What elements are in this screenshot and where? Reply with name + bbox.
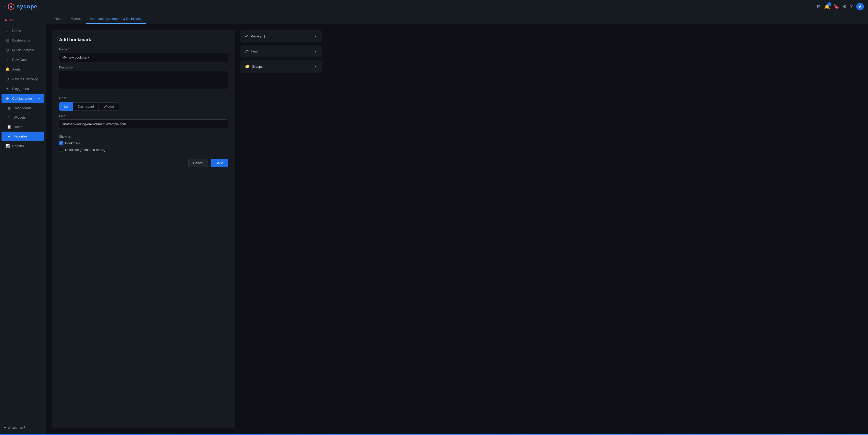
favorites-icon: ★ xyxy=(7,134,11,138)
name-label: Name * xyxy=(59,48,228,51)
sidebar-item-quick-analysis[interactable]: ◎ Quick Analysis xyxy=(2,45,44,55)
bookmark-icon[interactable]: 🔖 xyxy=(833,4,839,9)
sidebar-item-label: Assets Discovery xyxy=(12,77,38,81)
url-required-indicator: * xyxy=(64,114,65,118)
drilldown-checkbox-label: Drilldown (in context menu) xyxy=(65,148,105,152)
alerts-icon: 🔔 xyxy=(5,67,10,71)
drilldown-checkbox-row[interactable]: Drilldown (in context menu) xyxy=(59,148,228,152)
goto-buttons: Url Dashboard Widget xyxy=(59,102,228,111)
whats-new-icon: ✦ xyxy=(4,426,6,429)
goto-divider xyxy=(69,98,228,98)
grid-icon[interactable]: ⊞ xyxy=(817,4,820,9)
privacy-section[interactable]: 👁 Privacy | ▼ xyxy=(240,30,322,42)
url-label: Url * xyxy=(59,114,228,118)
privacy-label: Privacy | xyxy=(251,34,265,38)
alert-section: ▲ ⊘ 3 xyxy=(0,15,45,25)
dashboards-icon: ▦ xyxy=(5,38,10,42)
sidebar-item-label: Rules xyxy=(14,125,22,129)
sidebar-item-label: Dashboards xyxy=(14,106,32,110)
alert-triangle-icon: ▲ xyxy=(4,17,8,23)
bookmark-checkbox[interactable]: ✓ xyxy=(59,141,63,145)
privacy-section-left: 👁 Privacy | xyxy=(245,34,265,38)
avatar[interactable]: A xyxy=(856,3,864,10)
form-title: Add bookmark xyxy=(59,37,228,42)
tags-section-left: 🏷 Tags xyxy=(245,49,257,54)
groups-label: Groups xyxy=(252,65,263,68)
settings-icon[interactable]: ⚙ xyxy=(842,4,847,9)
bookmark-checkbox-label: Bookmark xyxy=(65,141,80,145)
topbar: ‹ sycope ⊞ 🔔 5 🔖 ⚙ ? A xyxy=(0,0,868,13)
content-area: Add bookmark Name * Description Go to Ur… xyxy=(46,24,868,434)
sidebar-item-label: Widgets xyxy=(14,116,26,119)
sidebar-item-label: Dashboards xyxy=(12,38,30,42)
sidebar-item-home[interactable]: ⌂ Home xyxy=(2,26,44,35)
sidebar-item-reports[interactable]: 📊 Reports xyxy=(2,141,44,150)
whats-new-label: What's new? xyxy=(8,426,25,429)
tab-shortcuts[interactable]: Shortcuts (Bookmarks & Drilldowns) xyxy=(86,13,146,24)
save-button[interactable]: Save xyxy=(211,159,228,167)
privacy-chevron-icon: ▼ xyxy=(314,35,317,38)
tags-section[interactable]: 🏷 Tags ▼ xyxy=(240,45,322,58)
svg-point-1 xyxy=(10,6,12,8)
sidebar-item-dashboards-sub[interactable]: ▦ Dashboards xyxy=(2,103,44,113)
alert-circle-icon: ⊘ 3 xyxy=(10,18,15,22)
form-actions: Cancel Save xyxy=(59,159,228,167)
goto-section-label: Go to xyxy=(59,96,228,100)
tabbar: Filters Macros Shortcuts (Bookmarks & Dr… xyxy=(46,13,868,24)
topbar-right: ⊞ 🔔 5 🔖 ⚙ ? A xyxy=(817,3,864,10)
name-input[interactable] xyxy=(59,53,228,62)
sidebar-item-label: Favorites xyxy=(14,134,27,138)
sidebar-item-widgets[interactable]: ◻ Widgets xyxy=(2,113,44,122)
description-label: Description xyxy=(59,66,228,69)
logo-text: sycope xyxy=(17,3,37,10)
widgets-icon: ◻ xyxy=(7,115,11,119)
sidebar-item-label: Alerts xyxy=(12,67,21,71)
sidebar-item-label: Quick Analysis xyxy=(12,48,34,52)
right-panel: 👁 Privacy | ▼ 🏷 Tags ▼ xyxy=(240,30,322,428)
goto-widget-button[interactable]: Widget xyxy=(99,102,119,111)
description-textarea[interactable] xyxy=(59,71,228,89)
tags-chevron-icon: ▼ xyxy=(314,50,317,53)
whats-new-button[interactable]: ✦ What's new? xyxy=(0,423,45,432)
sidebar-item-configuration[interactable]: ⚙ Configuration ▲ xyxy=(2,94,44,103)
url-input[interactable] xyxy=(59,119,228,129)
rules-icon: 📋 xyxy=(7,125,11,129)
playground-icon: ✦ xyxy=(5,87,10,91)
configuration-icon: ⚙ xyxy=(5,96,10,100)
configuration-subnav: ▦ Dashboards ◻ Widgets 📋 Rules ★ Favorit… xyxy=(0,103,45,141)
groups-section[interactable]: 📁 Groups ▼ xyxy=(240,60,322,73)
quick-analysis-icon: ◎ xyxy=(5,48,10,52)
sidebar-item-raw-data[interactable]: ≡ Raw Data xyxy=(2,55,44,64)
sidebar-item-label: Reports xyxy=(12,144,24,148)
raw-data-icon: ≡ xyxy=(5,58,10,62)
bookmark-checkbox-row[interactable]: ✓ Bookmark xyxy=(59,141,228,145)
sidebar-item-rules[interactable]: 📋 Rules xyxy=(2,122,44,131)
groups-chevron-icon: ▼ xyxy=(314,65,317,68)
home-icon: ⌂ xyxy=(5,29,10,33)
notifications-icon[interactable]: 🔔 5 xyxy=(824,4,830,9)
sidebar-item-alerts[interactable]: 🔔 Alerts xyxy=(2,65,44,74)
goto-dashboard-button[interactable]: Dashboard xyxy=(73,102,99,111)
configuration-chevron-icon: ▲ xyxy=(38,97,40,100)
add-bookmark-form: Add bookmark Name * Description Go to Ur… xyxy=(52,30,235,428)
reports-icon: 📊 xyxy=(5,144,10,148)
groups-section-left: 📁 Groups xyxy=(245,64,263,69)
help-icon[interactable]: ? xyxy=(850,4,853,9)
bottom-accent-bar xyxy=(0,434,868,435)
drilldown-checkbox[interactable] xyxy=(59,148,63,152)
sidebar-item-label: Raw Data xyxy=(12,58,27,62)
goto-url-button[interactable]: Url xyxy=(59,102,73,111)
groups-icon: 📁 xyxy=(245,64,250,69)
collapse-sidebar-icon[interactable]: ‹ xyxy=(4,4,5,9)
tab-macros[interactable]: Macros xyxy=(67,13,85,24)
dashboards-sub-icon: ▦ xyxy=(7,106,11,110)
sidebar-item-dashboards[interactable]: ▦ Dashboards xyxy=(2,36,44,45)
sidebar-item-assets-discovery[interactable]: ⬡ Assets Discovery xyxy=(2,74,44,84)
cancel-button[interactable]: Cancel xyxy=(188,159,208,167)
sidebar-item-favorites[interactable]: ★ Favorites xyxy=(2,132,44,141)
tags-label: Tags xyxy=(251,50,257,53)
sidebar-item-label: Configuration xyxy=(12,96,32,100)
sidebar-item-playground[interactable]: ✦ Playground xyxy=(2,84,44,93)
tab-filters[interactable]: Filters xyxy=(50,13,66,24)
notification-badge: 5 xyxy=(827,2,831,6)
